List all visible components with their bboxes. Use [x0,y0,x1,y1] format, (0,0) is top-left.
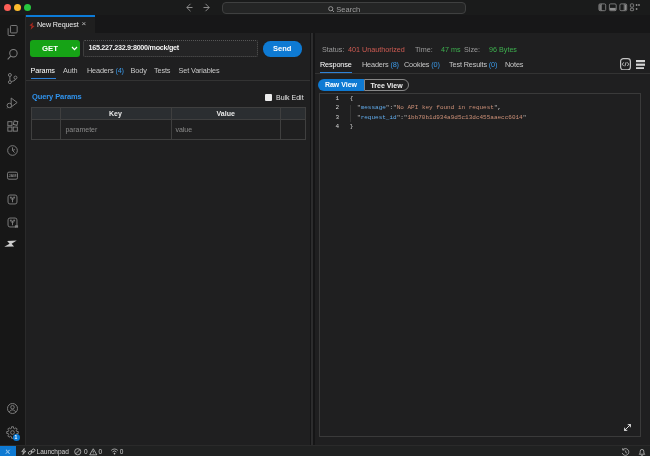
svg-text:JAM: JAM [8,173,16,178]
